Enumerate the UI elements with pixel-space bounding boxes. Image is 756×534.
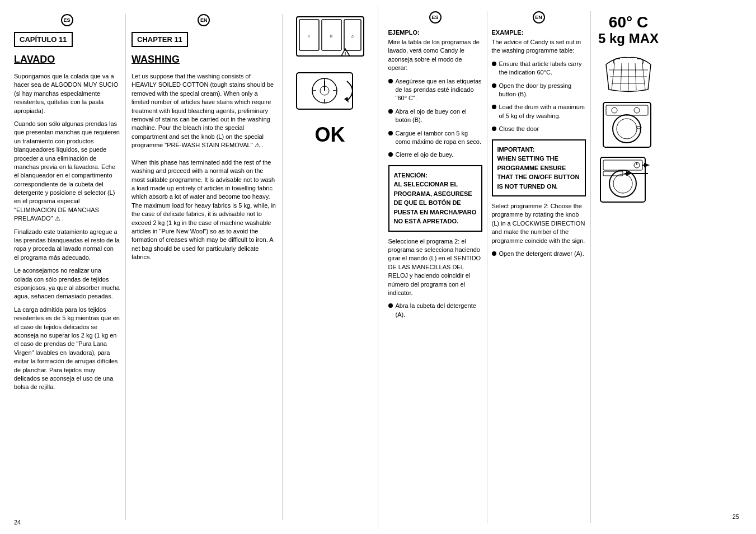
spanish-column: ES CAPÍTULO 11 LAVADO Supongamos que la … bbox=[14, 14, 126, 520]
en-bullet-3: Load the drum with a maximum of 5 kg of … bbox=[492, 103, 586, 120]
attention-box: ATENCIÓN: AL SELECCIONAR EL PROGRAMA, AS… bbox=[388, 165, 482, 232]
english-column: EN CHAPTER 11 WASHING Let us suppose tha… bbox=[126, 14, 283, 520]
svg-text:II: II bbox=[330, 34, 332, 39]
temperature-display: 60° C 5 kg MAX bbox=[595, 11, 661, 49]
es-flag: ES bbox=[61, 14, 73, 26]
bullet-dot bbox=[492, 127, 496, 131]
svg-text:!: ! bbox=[344, 51, 346, 56]
svg-marker-40 bbox=[644, 163, 650, 167]
es-bullet-text-5: Abra la cubeta del detergente (A). bbox=[396, 302, 482, 319]
es-bullet-1: Asegúrese que en las etiquetas de las pr… bbox=[388, 77, 482, 103]
es-bullet-text-4: Cierre el ojo de buey. bbox=[396, 151, 454, 159]
bullet-dot bbox=[492, 62, 496, 66]
svg-rect-29 bbox=[606, 105, 648, 115]
es-example-text: Mire la tabla de los programas de lavado… bbox=[388, 38, 482, 73]
temp-value: 60° C bbox=[598, 14, 659, 31]
svg-point-28 bbox=[617, 119, 637, 139]
important-title: IMPORTANT: bbox=[497, 145, 580, 154]
left-page: ES CAPÍTULO 11 LAVADO Supongamos que la … bbox=[6, 6, 378, 528]
es-bullet-3: Cargue el tambor con 5 kg como máximo de… bbox=[388, 129, 482, 147]
en-bullet-1: Ensure that article labels carry the ind… bbox=[492, 60, 586, 77]
es-para-5: La carga admitida para los tejidos resis… bbox=[14, 306, 120, 392]
drawer-image: I II ⚠ ! bbox=[291, 14, 369, 64]
machine-arrow-image bbox=[595, 154, 662, 205]
es-select-text: Seleccione el programa 2: el programa se… bbox=[388, 237, 482, 298]
right-images-column: 60° C 5 kg MAX bbox=[591, 11, 664, 523]
es-bullet-2: Abra el ojo de buey con el botón (B). bbox=[388, 107, 482, 125]
en-bullet-text-1: Ensure that article labels carry the ind… bbox=[499, 60, 586, 77]
es-para-3: Finalizado este tratamiento agregue a la… bbox=[14, 228, 120, 263]
bullet-dot bbox=[492, 105, 496, 109]
bullet-dot bbox=[388, 131, 393, 135]
page: ES CAPÍTULO 11 LAVADO Supongamos que la … bbox=[0, 0, 756, 534]
en-bullet-text-4: Close the door bbox=[499, 125, 539, 133]
bullet-dot bbox=[492, 251, 496, 256]
en-bullet-text-5: Open the detergent drawer (A). bbox=[499, 250, 584, 258]
bullet-dot bbox=[492, 83, 496, 88]
en-bullet-5: Open the detergent drawer (A). bbox=[492, 250, 586, 258]
en-select-text: Select programme 2: Choose the programme… bbox=[492, 202, 586, 245]
attention-title: ATENCIÓN: bbox=[394, 171, 477, 180]
svg-rect-33 bbox=[600, 157, 645, 202]
svg-point-35 bbox=[613, 174, 632, 193]
en-bullet-2: Open the door by pressing button (B). bbox=[492, 82, 586, 99]
en-text: Let us suppose that the washing consists… bbox=[132, 72, 276, 262]
es-bullet-4: Cierre el ojo de buey. bbox=[388, 151, 482, 159]
bullet-dot bbox=[388, 79, 393, 83]
weight-value: 5 kg MAX bbox=[598, 31, 659, 46]
es-para-4: Le aconsejamos no realizar una colada co… bbox=[14, 266, 120, 301]
svg-rect-26 bbox=[603, 102, 651, 147]
right-es-flag: ES bbox=[429, 11, 442, 24]
svg-text:I: I bbox=[308, 34, 309, 39]
es-bullet-text-2: Abra el ojo de buey con el botón (B). bbox=[396, 107, 482, 125]
ok-label: OK bbox=[315, 123, 345, 147]
es-para-1: Supongamos que la colada que va a hacer … bbox=[14, 72, 120, 115]
svg-marker-17 bbox=[344, 97, 349, 102]
right-page: ES EJEMPLO: Mire la tabla de los program… bbox=[378, 6, 751, 528]
bullet-dot bbox=[388, 303, 393, 308]
bullet-dot bbox=[388, 152, 393, 157]
svg-point-31 bbox=[634, 107, 640, 113]
es-bullet-text-3: Cargue el tambor con 5 kg como máximo de… bbox=[396, 129, 482, 147]
en-flag: EN bbox=[198, 14, 210, 26]
capitulo-label: CAPÍTULO 11 bbox=[14, 32, 73, 47]
en-bullet-text-2: Open the door by pressing button (B). bbox=[499, 82, 586, 99]
right-es-column: ES EJEMPLO: Mire la tabla de los program… bbox=[384, 11, 487, 523]
important-box: IMPORTANT: WHEN SETTING THE PROGRAMME EN… bbox=[492, 139, 586, 197]
es-example-label: EJEMPLO: bbox=[388, 29, 482, 36]
svg-line-21 bbox=[612, 64, 614, 90]
basket-image bbox=[595, 53, 662, 95]
es-para-2: Cuando son sólo algunas prendas las que … bbox=[14, 120, 120, 223]
washing-machine-image bbox=[595, 100, 662, 150]
en-example-label: EXAMPLE: bbox=[492, 29, 586, 36]
svg-text:⚠: ⚠ bbox=[351, 34, 354, 38]
left-images-column: I II ⚠ ! bbox=[283, 14, 372, 520]
washing-title: WASHING bbox=[132, 54, 276, 65]
attention-text: AL SELECCIONAR EL PROGRAMA, ASEGURESE DE… bbox=[394, 180, 477, 226]
es-bullet-5: Abra la cubeta del detergente (A). bbox=[388, 302, 482, 319]
chapter-label: CHAPTER 11 bbox=[132, 32, 188, 47]
en-bullet-4: Close the door bbox=[492, 125, 586, 133]
bullet-dot bbox=[388, 109, 393, 114]
en-example-text: The advice of Candy is set out in the wa… bbox=[492, 38, 586, 55]
es-bullet-text-1: Asegúrese que en las etiquetas de las pr… bbox=[396, 77, 482, 103]
right-en-column: EN EXAMPLE: The advice of Candy is set o… bbox=[487, 11, 591, 523]
knob-image bbox=[291, 70, 369, 115]
lavado-title: LAVADO bbox=[14, 54, 120, 65]
en-bullet-text-3: Load the drum with a maximum of 5 kg of … bbox=[499, 103, 586, 120]
right-en-flag: EN bbox=[533, 11, 545, 24]
page-number-right: 25 bbox=[732, 513, 739, 520]
important-text: WHEN SETTING THE PROGRAMME ENSURE THAT T… bbox=[497, 154, 580, 191]
svg-point-30 bbox=[612, 107, 617, 113]
svg-line-25 bbox=[642, 64, 645, 90]
page-number-left: 24 bbox=[14, 519, 21, 526]
